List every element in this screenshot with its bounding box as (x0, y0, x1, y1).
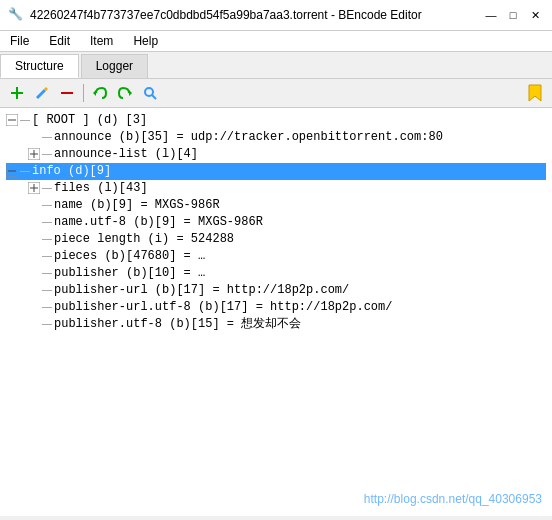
tree-node-text: publisher-url.utf-8 (b)[17] = http://18p… (54, 299, 392, 316)
svg-rect-9 (8, 120, 16, 121)
tab-logger[interactable]: Logger (81, 54, 148, 78)
tree-node-6[interactable]: name.utf-8 (b)[9] = MXGS-986R (6, 214, 546, 231)
svg-line-6 (152, 95, 156, 99)
tree-connector (42, 137, 52, 138)
tree-connector (42, 273, 52, 274)
tree-node-text: piece length (i) = 524288 (54, 231, 234, 248)
svg-rect-12 (34, 150, 35, 158)
minimize-button[interactable]: — (482, 6, 500, 24)
tree-node-text: publisher-url (b)[17] = http://18p2p.com… (54, 282, 349, 299)
toolbar-right (524, 82, 546, 104)
tree-node-10[interactable]: publisher-url (b)[17] = http://18p2p.com… (6, 282, 546, 299)
tree-connector (42, 256, 52, 257)
leaf-icon[interactable] (28, 265, 42, 282)
tree-node-text: publisher (b)[10] = … (54, 265, 205, 282)
tree-connector (42, 324, 52, 325)
search-button[interactable] (139, 82, 161, 104)
tree-connector (20, 120, 30, 121)
window-title: 42260247f4b773737ee7c0dbdbd54f5a99ba7aa3… (30, 8, 422, 22)
collapse-icon[interactable] (6, 163, 20, 180)
tab-structure[interactable]: Structure (0, 54, 79, 78)
svg-marker-4 (129, 90, 132, 96)
tree-connector (20, 171, 30, 172)
svg-rect-14 (8, 171, 16, 172)
tree-connector (42, 205, 52, 206)
svg-rect-1 (11, 92, 23, 94)
tree-connector (42, 290, 52, 291)
svg-marker-7 (529, 85, 541, 101)
tree-connector (42, 222, 52, 223)
undo-button[interactable] (89, 82, 111, 104)
tree-node-text: announce (b)[35] = udp://tracker.openbit… (54, 129, 443, 146)
tree-node-2[interactable]: announce-list (l)[4] (6, 146, 546, 163)
leaf-icon[interactable] (28, 248, 42, 265)
menu-bar: File Edit Item Help (0, 31, 552, 52)
leaf-icon[interactable] (28, 282, 42, 299)
tree-connector (42, 154, 52, 155)
toolbar (0, 79, 552, 108)
title-bar: 🔧 42260247f4b773737ee7c0dbdbd54f5a99ba7a… (0, 0, 552, 31)
collapse-icon[interactable] (6, 112, 20, 129)
tree-node-text: [ ROOT ] (d) [3] (32, 112, 147, 129)
tree-node-text: name.utf-8 (b)[9] = MXGS-986R (54, 214, 263, 231)
svg-rect-2 (61, 92, 73, 94)
tree-node-4[interactable]: files (l)[43] (6, 180, 546, 197)
tree-view: [ ROOT ] (d) [3]announce (b)[35] = udp:/… (0, 108, 552, 516)
watermark: http://blog.csdn.net/qq_40306953 (364, 492, 542, 506)
toolbar-separator (83, 84, 84, 102)
menu-help[interactable]: Help (123, 31, 168, 51)
tree-node-0[interactable]: [ ROOT ] (d) [3] (6, 112, 546, 129)
tree-node-1[interactable]: announce (b)[35] = udp://tracker.openbit… (6, 129, 546, 146)
edit-button[interactable] (31, 82, 53, 104)
title-bar-controls: — □ ✕ (482, 6, 544, 24)
tree-node-11[interactable]: publisher-url.utf-8 (b)[17] = http://18p… (6, 299, 546, 316)
maximize-button[interactable]: □ (504, 6, 522, 24)
tree-node-12[interactable]: publisher.utf-8 (b)[15] = 想发却不会 (6, 316, 546, 333)
tab-bar: Structure Logger (0, 52, 552, 79)
tree-node-8[interactable]: pieces (b)[47680] = … (6, 248, 546, 265)
leaf-icon[interactable] (28, 316, 42, 333)
delete-button[interactable] (56, 82, 78, 104)
close-button[interactable]: ✕ (526, 6, 544, 24)
leaf-icon[interactable] (28, 197, 42, 214)
tree-node-text: name (b)[9] = MXGS-986R (54, 197, 220, 214)
menu-edit[interactable]: Edit (39, 31, 80, 51)
add-button[interactable] (6, 82, 28, 104)
menu-file[interactable]: File (0, 31, 39, 51)
tree-connector (42, 307, 52, 308)
leaf-icon[interactable] (28, 299, 42, 316)
tree-connector (42, 188, 52, 189)
svg-marker-3 (93, 90, 96, 96)
svg-point-5 (145, 88, 153, 96)
bookmark-button[interactable] (524, 82, 546, 104)
menu-item[interactable]: Item (80, 31, 123, 51)
app-icon: 🔧 (8, 7, 24, 23)
tree-node-text: files (l)[43] (54, 180, 148, 197)
leaf-icon[interactable] (28, 231, 42, 248)
tree-node-5[interactable]: name (b)[9] = MXGS-986R (6, 197, 546, 214)
tree-node-text: announce-list (l)[4] (54, 146, 198, 163)
redo-button[interactable] (114, 82, 136, 104)
expand-icon[interactable] (28, 180, 42, 197)
expand-icon[interactable] (28, 146, 42, 163)
tree-node-7[interactable]: piece length (i) = 524288 (6, 231, 546, 248)
tree-node-text: info (d)[9] (32, 163, 111, 180)
tree-node-text: pieces (b)[47680] = … (54, 248, 205, 265)
tree-node-3[interactable]: info (d)[9] (6, 163, 546, 180)
leaf-icon[interactable] (28, 129, 42, 146)
title-bar-left: 🔧 42260247f4b773737ee7c0dbdbd54f5a99ba7a… (8, 7, 422, 23)
tree-node-9[interactable]: publisher (b)[10] = … (6, 265, 546, 282)
tree-node-text: publisher.utf-8 (b)[15] = 想发却不会 (54, 316, 301, 333)
svg-rect-17 (34, 184, 35, 192)
leaf-icon[interactable] (28, 214, 42, 231)
tree-connector (42, 239, 52, 240)
